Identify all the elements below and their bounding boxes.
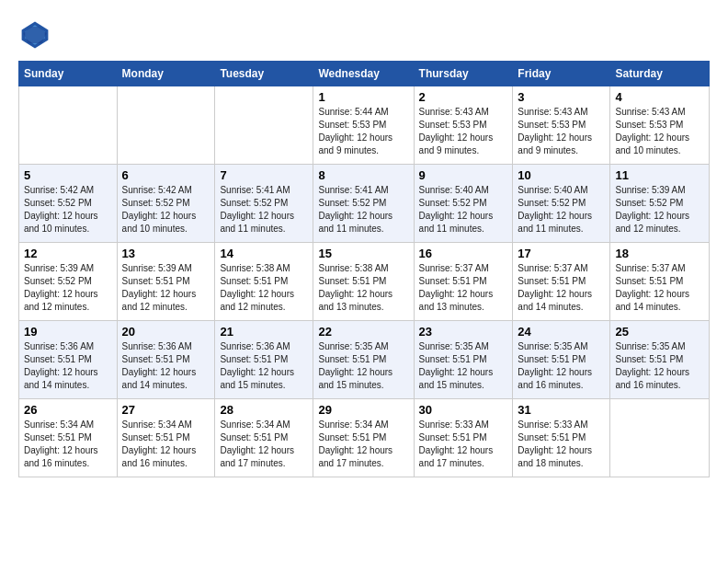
calendar-week-row: 19Sunrise: 5:36 AM Sunset: 5:51 PM Dayli…	[19, 321, 710, 399]
day-number: 29	[318, 403, 408, 417]
weekday-header-friday: Friday	[513, 62, 610, 86]
weekday-header-saturday: Saturday	[610, 62, 710, 86]
calendar-cell: 12Sunrise: 5:39 AM Sunset: 5:52 PM Dayli…	[19, 243, 118, 321]
day-number: 5	[24, 168, 112, 182]
calendar-cell	[19, 86, 118, 165]
calendar-week-row: 12Sunrise: 5:39 AM Sunset: 5:52 PM Dayli…	[19, 243, 710, 321]
day-number: 23	[419, 325, 508, 339]
day-number: 14	[220, 247, 308, 260]
day-number: 10	[518, 168, 605, 182]
day-info: Sunrise: 5:35 AM Sunset: 5:51 PM Dayligh…	[615, 340, 704, 392]
calendar-table: SundayMondayTuesdayWednesdayThursdayFrid…	[18, 61, 710, 477]
day-number: 3	[518, 90, 605, 104]
day-info: Sunrise: 5:35 AM Sunset: 5:51 PM Dayligh…	[318, 340, 408, 392]
calendar-cell: 16Sunrise: 5:37 AM Sunset: 5:51 PM Dayli…	[414, 243, 513, 321]
day-number: 24	[518, 325, 605, 339]
calendar-cell: 3Sunrise: 5:43 AM Sunset: 5:53 PM Daylig…	[513, 86, 610, 165]
day-number: 2	[419, 90, 508, 104]
day-number: 15	[318, 247, 408, 260]
day-info: Sunrise: 5:37 AM Sunset: 5:51 PM Dayligh…	[518, 262, 605, 314]
day-number: 21	[220, 325, 308, 339]
logo-icon	[18, 18, 51, 52]
day-info: Sunrise: 5:38 AM Sunset: 5:51 PM Dayligh…	[220, 262, 308, 314]
day-info: Sunrise: 5:43 AM Sunset: 5:53 PM Dayligh…	[615, 106, 704, 157]
weekday-header-monday: Monday	[117, 62, 215, 86]
calendar-cell: 9Sunrise: 5:40 AM Sunset: 5:52 PM Daylig…	[414, 165, 513, 243]
calendar-cell: 14Sunrise: 5:38 AM Sunset: 5:51 PM Dayli…	[215, 243, 313, 321]
day-number: 31	[518, 403, 605, 417]
day-number: 16	[419, 247, 508, 260]
calendar-cell: 17Sunrise: 5:37 AM Sunset: 5:51 PM Dayli…	[513, 243, 610, 321]
calendar-cell: 30Sunrise: 5:33 AM Sunset: 5:51 PM Dayli…	[414, 399, 513, 477]
calendar-cell: 28Sunrise: 5:34 AM Sunset: 5:51 PM Dayli…	[215, 399, 313, 477]
day-number: 26	[24, 403, 112, 417]
day-number: 18	[615, 247, 704, 260]
calendar-cell: 24Sunrise: 5:35 AM Sunset: 5:51 PM Dayli…	[513, 321, 610, 399]
calendar-cell: 25Sunrise: 5:35 AM Sunset: 5:51 PM Dayli…	[610, 321, 710, 399]
weekday-header-wednesday: Wednesday	[313, 62, 414, 86]
day-info: Sunrise: 5:33 AM Sunset: 5:51 PM Dayligh…	[518, 419, 605, 470]
day-number: 20	[122, 325, 210, 339]
calendar-cell: 20Sunrise: 5:36 AM Sunset: 5:51 PM Dayli…	[117, 321, 215, 399]
calendar-cell: 15Sunrise: 5:38 AM Sunset: 5:51 PM Dayli…	[313, 243, 414, 321]
day-info: Sunrise: 5:36 AM Sunset: 5:51 PM Dayligh…	[220, 340, 308, 392]
day-info: Sunrise: 5:37 AM Sunset: 5:51 PM Dayligh…	[419, 262, 508, 314]
calendar-cell: 8Sunrise: 5:41 AM Sunset: 5:52 PM Daylig…	[313, 165, 414, 243]
day-info: Sunrise: 5:41 AM Sunset: 5:52 PM Dayligh…	[220, 184, 308, 236]
calendar-cell: 29Sunrise: 5:34 AM Sunset: 5:51 PM Dayli…	[313, 399, 414, 477]
day-info: Sunrise: 5:35 AM Sunset: 5:51 PM Dayligh…	[518, 340, 605, 392]
calendar-cell: 11Sunrise: 5:39 AM Sunset: 5:52 PM Dayli…	[610, 165, 710, 243]
day-info: Sunrise: 5:34 AM Sunset: 5:51 PM Dayligh…	[24, 419, 112, 470]
day-number: 25	[615, 325, 704, 339]
weekday-header-sunday: Sunday	[19, 62, 118, 86]
day-number: 27	[122, 403, 210, 417]
day-info: Sunrise: 5:34 AM Sunset: 5:51 PM Dayligh…	[220, 419, 308, 470]
day-info: Sunrise: 5:40 AM Sunset: 5:52 PM Dayligh…	[419, 184, 508, 236]
calendar-cell: 1Sunrise: 5:44 AM Sunset: 5:53 PM Daylig…	[313, 86, 414, 165]
calendar-cell	[610, 399, 710, 477]
calendar-cell: 27Sunrise: 5:34 AM Sunset: 5:51 PM Dayli…	[117, 399, 215, 477]
calendar-week-row: 26Sunrise: 5:34 AM Sunset: 5:51 PM Dayli…	[19, 399, 710, 477]
page-header	[18, 18, 710, 52]
day-info: Sunrise: 5:39 AM Sunset: 5:51 PM Dayligh…	[122, 262, 210, 314]
calendar-week-row: 1Sunrise: 5:44 AM Sunset: 5:53 PM Daylig…	[19, 86, 710, 165]
day-info: Sunrise: 5:36 AM Sunset: 5:51 PM Dayligh…	[24, 340, 112, 392]
weekday-header-tuesday: Tuesday	[215, 62, 313, 86]
day-info: Sunrise: 5:34 AM Sunset: 5:51 PM Dayligh…	[318, 419, 408, 470]
day-info: Sunrise: 5:42 AM Sunset: 5:52 PM Dayligh…	[24, 184, 112, 236]
day-info: Sunrise: 5:44 AM Sunset: 5:53 PM Dayligh…	[318, 106, 408, 157]
day-number: 13	[122, 247, 210, 260]
calendar-cell: 23Sunrise: 5:35 AM Sunset: 5:51 PM Dayli…	[414, 321, 513, 399]
day-info: Sunrise: 5:37 AM Sunset: 5:51 PM Dayligh…	[615, 262, 704, 314]
calendar-cell: 13Sunrise: 5:39 AM Sunset: 5:51 PM Dayli…	[117, 243, 215, 321]
calendar-cell: 22Sunrise: 5:35 AM Sunset: 5:51 PM Dayli…	[313, 321, 414, 399]
weekday-header-row: SundayMondayTuesdayWednesdayThursdayFrid…	[19, 62, 710, 86]
day-number: 19	[24, 325, 112, 339]
calendar-cell: 19Sunrise: 5:36 AM Sunset: 5:51 PM Dayli…	[19, 321, 118, 399]
day-info: Sunrise: 5:34 AM Sunset: 5:51 PM Dayligh…	[122, 419, 210, 470]
day-number: 1	[318, 90, 408, 104]
day-info: Sunrise: 5:39 AM Sunset: 5:52 PM Dayligh…	[615, 184, 704, 236]
day-number: 9	[419, 168, 508, 182]
calendar-cell: 2Sunrise: 5:43 AM Sunset: 5:53 PM Daylig…	[414, 86, 513, 165]
day-number: 4	[615, 90, 704, 104]
calendar-cell: 26Sunrise: 5:34 AM Sunset: 5:51 PM Dayli…	[19, 399, 118, 477]
day-number: 17	[518, 247, 605, 260]
day-info: Sunrise: 5:43 AM Sunset: 5:53 PM Dayligh…	[518, 106, 605, 157]
calendar-cell: 21Sunrise: 5:36 AM Sunset: 5:51 PM Dayli…	[215, 321, 313, 399]
calendar-cell: 18Sunrise: 5:37 AM Sunset: 5:51 PM Dayli…	[610, 243, 710, 321]
calendar-cell: 6Sunrise: 5:42 AM Sunset: 5:52 PM Daylig…	[117, 165, 215, 243]
weekday-header-thursday: Thursday	[414, 62, 513, 86]
day-number: 22	[318, 325, 408, 339]
day-info: Sunrise: 5:38 AM Sunset: 5:51 PM Dayligh…	[318, 262, 408, 314]
calendar-cell: 5Sunrise: 5:42 AM Sunset: 5:52 PM Daylig…	[19, 165, 118, 243]
calendar-cell	[215, 86, 313, 165]
day-info: Sunrise: 5:36 AM Sunset: 5:51 PM Dayligh…	[122, 340, 210, 392]
day-info: Sunrise: 5:43 AM Sunset: 5:53 PM Dayligh…	[419, 106, 508, 157]
logo	[18, 18, 55, 52]
calendar-cell: 7Sunrise: 5:41 AM Sunset: 5:52 PM Daylig…	[215, 165, 313, 243]
day-info: Sunrise: 5:42 AM Sunset: 5:52 PM Dayligh…	[122, 184, 210, 236]
day-info: Sunrise: 5:33 AM Sunset: 5:51 PM Dayligh…	[419, 419, 508, 470]
day-info: Sunrise: 5:35 AM Sunset: 5:51 PM Dayligh…	[419, 340, 508, 392]
day-number: 7	[220, 168, 308, 182]
